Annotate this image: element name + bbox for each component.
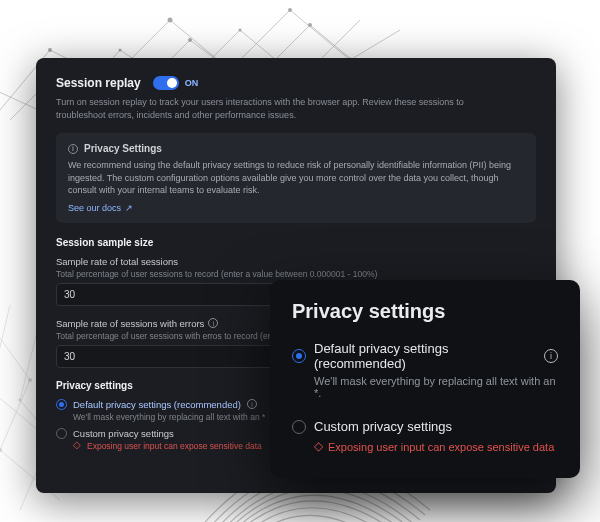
radio-icon <box>292 420 306 434</box>
error-sample-label: Sample rate of sessions with errors <box>56 318 204 329</box>
zoom-title: Privacy settings <box>292 300 558 323</box>
docs-link-label: See our docs <box>68 203 121 213</box>
svg-point-14 <box>239 29 242 32</box>
info-icon: i <box>68 144 78 154</box>
panel-title: Session replay <box>56 76 141 90</box>
svg-point-16 <box>0 448 2 452</box>
callout-title: Privacy Settings <box>84 143 162 154</box>
svg-point-10 <box>308 23 312 27</box>
zoom-default-option[interactable]: Default privacy settings (recommended) i <box>292 341 558 371</box>
zoom-custom-warning: Exposing user input can expose sensitive… <box>314 441 554 453</box>
warning-icon <box>73 441 83 451</box>
callout-body: We recommend using the default privacy s… <box>68 159 524 197</box>
svg-point-2 <box>168 18 173 23</box>
total-sample-help: Total percentage of user sessions to rec… <box>56 269 536 279</box>
external-link-icon: ↗ <box>125 203 133 213</box>
sample-section-title: Session sample size <box>56 237 536 248</box>
toggle-state-label: ON <box>185 78 199 88</box>
total-sample-label: Sample rate of total sessions <box>56 256 178 267</box>
info-icon[interactable]: i <box>208 318 218 328</box>
privacy-custom-warning: Exposing user input can expose sensitive… <box>73 441 262 451</box>
privacy-callout: i Privacy Settings We recommend using th… <box>56 133 536 223</box>
svg-point-13 <box>119 49 122 52</box>
svg-point-15 <box>28 378 32 382</box>
zoom-default-note: We'll mask everything by replacing all t… <box>314 375 558 399</box>
info-icon[interactable]: i <box>544 349 558 363</box>
svg-point-0 <box>48 48 52 52</box>
privacy-zoom-card: Privacy settings Default privacy setting… <box>270 280 580 478</box>
zoom-default-label: Default privacy settings (recommended) <box>314 341 536 371</box>
docs-link[interactable]: See our docs ↗ <box>68 203 133 213</box>
radio-icon <box>292 349 306 363</box>
svg-point-8 <box>188 38 192 42</box>
radio-icon <box>56 399 67 410</box>
panel-description: Turn on session replay to track your use… <box>56 96 496 121</box>
toggle-switch-icon <box>153 76 179 90</box>
info-icon[interactable]: i <box>247 399 257 409</box>
session-replay-toggle[interactable]: ON <box>153 76 199 90</box>
svg-point-18 <box>19 399 22 402</box>
svg-point-4 <box>288 8 292 12</box>
zoom-custom-option[interactable]: Custom privacy settings <box>292 419 558 434</box>
zoom-custom-label: Custom privacy settings <box>314 419 452 434</box>
privacy-default-label: Default privacy settings (recommended) <box>73 399 241 410</box>
radio-icon <box>56 428 67 439</box>
warning-icon <box>314 442 324 452</box>
privacy-custom-label: Custom privacy settings <box>73 428 174 439</box>
